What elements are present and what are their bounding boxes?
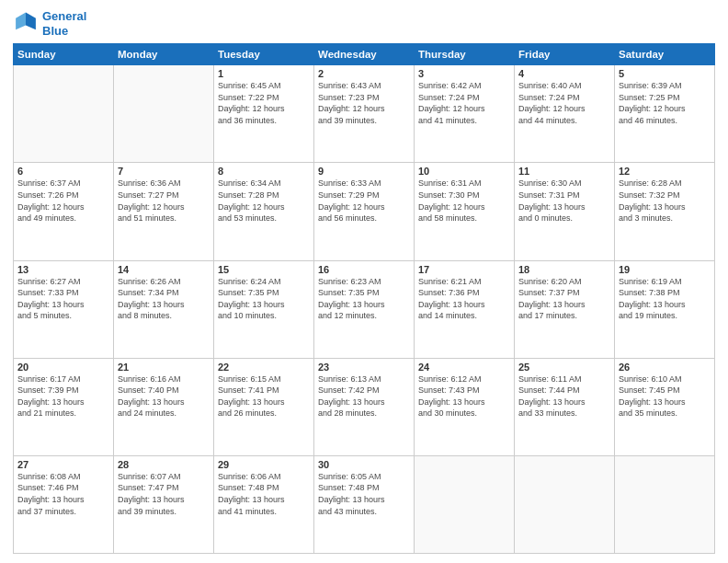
calendar-cell <box>515 455 615 553</box>
day-number: 17 <box>418 264 510 275</box>
day-info: Sunrise: 6:15 AM Sunset: 7:41 PM Dayligh… <box>218 373 310 419</box>
weekday-header-friday: Friday <box>515 44 615 65</box>
day-info: Sunrise: 6:05 AM Sunset: 7:48 PM Dayligh… <box>318 471 410 517</box>
day-info: Sunrise: 6:13 AM Sunset: 7:42 PM Dayligh… <box>318 373 410 419</box>
calendar-cell: 26Sunrise: 6:10 AM Sunset: 7:45 PM Dayli… <box>615 358 715 455</box>
day-info: Sunrise: 6:19 AM Sunset: 7:38 PM Dayligh… <box>619 276 711 322</box>
day-number: 29 <box>218 459 310 470</box>
day-number: 19 <box>619 264 711 275</box>
logo-icon <box>13 11 39 37</box>
day-info: Sunrise: 6:40 AM Sunset: 7:24 PM Dayligh… <box>518 80 610 126</box>
day-number: 16 <box>318 264 410 275</box>
calendar-cell: 21Sunrise: 6:16 AM Sunset: 7:40 PM Dayli… <box>114 358 214 455</box>
calendar-cell: 7Sunrise: 6:36 AM Sunset: 7:27 PM Daylig… <box>114 163 214 260</box>
logo: General Blue <box>13 9 86 38</box>
day-info: Sunrise: 6:08 AM Sunset: 7:46 PM Dayligh… <box>17 471 109 517</box>
day-number: 11 <box>518 166 610 177</box>
day-info: Sunrise: 6:07 AM Sunset: 7:47 PM Dayligh… <box>118 471 210 517</box>
day-number: 21 <box>118 362 210 373</box>
day-info: Sunrise: 6:37 AM Sunset: 7:26 PM Dayligh… <box>17 178 109 224</box>
day-number: 8 <box>218 166 310 177</box>
calendar-cell: 12Sunrise: 6:28 AM Sunset: 7:32 PM Dayli… <box>615 163 715 260</box>
weekday-header-monday: Monday <box>114 44 214 65</box>
day-info: Sunrise: 6:36 AM Sunset: 7:27 PM Dayligh… <box>118 178 210 224</box>
day-info: Sunrise: 6:31 AM Sunset: 7:30 PM Dayligh… <box>418 178 510 224</box>
calendar-cell <box>615 455 715 553</box>
calendar-table: SundayMondayTuesdayWednesdayThursdayFrid… <box>13 43 715 554</box>
calendar-cell: 25Sunrise: 6:11 AM Sunset: 7:44 PM Dayli… <box>515 358 615 455</box>
calendar-cell: 18Sunrise: 6:20 AM Sunset: 7:37 PM Dayli… <box>515 260 615 358</box>
calendar-cell <box>415 455 515 553</box>
weekday-header-tuesday: Tuesday <box>214 44 314 65</box>
calendar-cell: 30Sunrise: 6:05 AM Sunset: 7:48 PM Dayli… <box>314 455 415 553</box>
day-number: 25 <box>518 362 610 373</box>
calendar-cell: 6Sunrise: 6:37 AM Sunset: 7:26 PM Daylig… <box>14 163 114 260</box>
calendar-cell <box>14 65 114 163</box>
day-info: Sunrise: 6:39 AM Sunset: 7:25 PM Dayligh… <box>619 80 711 126</box>
day-info: Sunrise: 6:33 AM Sunset: 7:29 PM Dayligh… <box>318 178 410 224</box>
logo-text: General Blue <box>42 9 86 38</box>
day-number: 28 <box>118 459 210 470</box>
day-info: Sunrise: 6:23 AM Sunset: 7:35 PM Dayligh… <box>318 276 410 322</box>
calendar-cell: 23Sunrise: 6:13 AM Sunset: 7:42 PM Dayli… <box>314 358 415 455</box>
day-number: 5 <box>619 68 711 79</box>
calendar-cell: 1Sunrise: 6:45 AM Sunset: 7:22 PM Daylig… <box>214 65 314 163</box>
calendar-cell: 10Sunrise: 6:31 AM Sunset: 7:30 PM Dayli… <box>415 163 515 260</box>
weekday-header-row: SundayMondayTuesdayWednesdayThursdayFrid… <box>14 44 715 65</box>
calendar-cell: 4Sunrise: 6:40 AM Sunset: 7:24 PM Daylig… <box>515 65 615 163</box>
day-number: 22 <box>218 362 310 373</box>
day-info: Sunrise: 6:06 AM Sunset: 7:48 PM Dayligh… <box>218 471 310 517</box>
week-row-4: 20Sunrise: 6:17 AM Sunset: 7:39 PM Dayli… <box>14 358 715 455</box>
calendar-cell: 24Sunrise: 6:12 AM Sunset: 7:43 PM Dayli… <box>415 358 515 455</box>
calendar-cell: 27Sunrise: 6:08 AM Sunset: 7:46 PM Dayli… <box>14 455 114 553</box>
calendar-cell: 9Sunrise: 6:33 AM Sunset: 7:29 PM Daylig… <box>314 163 415 260</box>
header: General Blue <box>13 9 715 38</box>
day-info: Sunrise: 6:43 AM Sunset: 7:23 PM Dayligh… <box>318 80 410 126</box>
day-number: 9 <box>318 166 410 177</box>
page: General Blue SundayMondayTuesdayWednesda… <box>0 0 728 563</box>
day-number: 1 <box>218 68 310 79</box>
day-number: 27 <box>17 459 109 470</box>
calendar-cell <box>114 65 214 163</box>
day-number: 6 <box>17 166 109 177</box>
day-info: Sunrise: 6:12 AM Sunset: 7:43 PM Dayligh… <box>418 373 510 419</box>
day-number: 14 <box>118 264 210 275</box>
day-info: Sunrise: 6:10 AM Sunset: 7:45 PM Dayligh… <box>619 373 711 419</box>
weekday-header-sunday: Sunday <box>14 44 114 65</box>
day-info: Sunrise: 6:27 AM Sunset: 7:33 PM Dayligh… <box>17 276 109 322</box>
day-number: 12 <box>619 166 711 177</box>
day-info: Sunrise: 6:26 AM Sunset: 7:34 PM Dayligh… <box>118 276 210 322</box>
calendar-cell: 8Sunrise: 6:34 AM Sunset: 7:28 PM Daylig… <box>214 163 314 260</box>
day-info: Sunrise: 6:21 AM Sunset: 7:36 PM Dayligh… <box>418 276 510 322</box>
weekday-header-wednesday: Wednesday <box>314 44 415 65</box>
calendar-cell: 2Sunrise: 6:43 AM Sunset: 7:23 PM Daylig… <box>314 65 415 163</box>
week-row-5: 27Sunrise: 6:08 AM Sunset: 7:46 PM Dayli… <box>14 455 715 553</box>
day-number: 4 <box>518 68 610 79</box>
calendar-cell: 14Sunrise: 6:26 AM Sunset: 7:34 PM Dayli… <box>114 260 214 358</box>
week-row-1: 1Sunrise: 6:45 AM Sunset: 7:22 PM Daylig… <box>14 65 715 163</box>
day-number: 7 <box>118 166 210 177</box>
day-number: 10 <box>418 166 510 177</box>
svg-marker-1 <box>26 12 36 29</box>
calendar-cell: 22Sunrise: 6:15 AM Sunset: 7:41 PM Dayli… <box>214 358 314 455</box>
calendar-cell: 28Sunrise: 6:07 AM Sunset: 7:47 PM Dayli… <box>114 455 214 553</box>
day-number: 2 <box>318 68 410 79</box>
calendar-cell: 11Sunrise: 6:30 AM Sunset: 7:31 PM Dayli… <box>515 163 615 260</box>
calendar-cell: 29Sunrise: 6:06 AM Sunset: 7:48 PM Dayli… <box>214 455 314 553</box>
calendar-cell: 16Sunrise: 6:23 AM Sunset: 7:35 PM Dayli… <box>314 260 415 358</box>
day-info: Sunrise: 6:45 AM Sunset: 7:22 PM Dayligh… <box>218 80 310 126</box>
day-number: 18 <box>518 264 610 275</box>
weekday-header-thursday: Thursday <box>415 44 515 65</box>
calendar-cell: 20Sunrise: 6:17 AM Sunset: 7:39 PM Dayli… <box>14 358 114 455</box>
svg-marker-2 <box>16 12 26 29</box>
day-number: 26 <box>619 362 711 373</box>
day-info: Sunrise: 6:42 AM Sunset: 7:24 PM Dayligh… <box>418 80 510 126</box>
calendar-cell: 5Sunrise: 6:39 AM Sunset: 7:25 PM Daylig… <box>615 65 715 163</box>
day-info: Sunrise: 6:11 AM Sunset: 7:44 PM Dayligh… <box>518 373 610 419</box>
calendar-cell: 3Sunrise: 6:42 AM Sunset: 7:24 PM Daylig… <box>415 65 515 163</box>
day-info: Sunrise: 6:24 AM Sunset: 7:35 PM Dayligh… <box>218 276 310 322</box>
calendar-cell: 17Sunrise: 6:21 AM Sunset: 7:36 PM Dayli… <box>415 260 515 358</box>
day-number: 3 <box>418 68 510 79</box>
day-number: 30 <box>318 459 410 470</box>
day-info: Sunrise: 6:20 AM Sunset: 7:37 PM Dayligh… <box>518 276 610 322</box>
